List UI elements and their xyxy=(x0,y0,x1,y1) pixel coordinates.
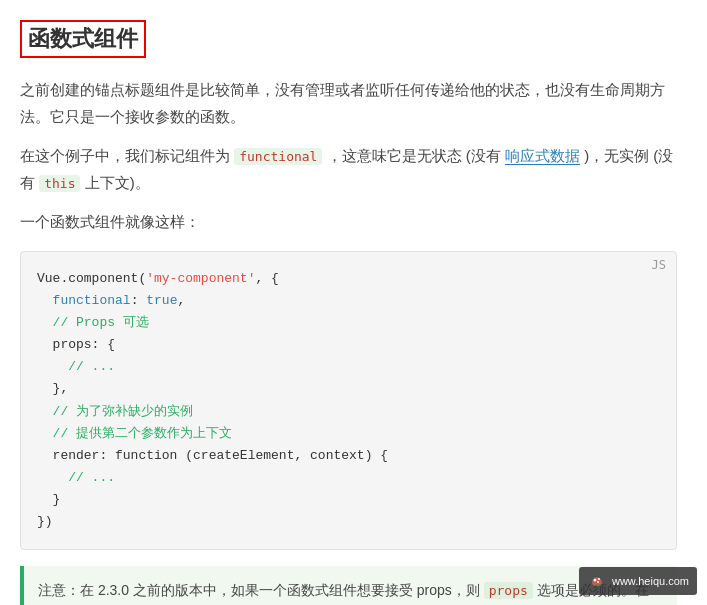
watermark-domain: www.heiqu.com xyxy=(612,575,689,587)
reactive-data-link[interactable]: 响应式数据 xyxy=(505,147,580,165)
intro-paragraph-3: 一个函数式组件就像这样： xyxy=(20,208,677,235)
code-block-wrapper: JS Vue.component('my-component', { funct… xyxy=(20,251,677,550)
this-code: this xyxy=(39,175,80,192)
code-lang-label: JS xyxy=(652,258,666,272)
watermark: www.heiqu.com xyxy=(579,567,697,595)
intro-p2-mid: ，这意味它是无状态 (没有 xyxy=(327,147,501,164)
intro-p2-prefix: 在这个例子中，我们标记组件为 xyxy=(20,147,230,164)
svg-point-3 xyxy=(597,581,599,583)
mushroom-icon xyxy=(587,571,607,591)
functional-code: functional xyxy=(234,148,322,165)
svg-point-2 xyxy=(598,578,600,580)
page-title: 函数式组件 xyxy=(20,20,146,58)
page-container: 函数式组件 之前创建的锚点标题组件是比较简单，没有管理或者监听任何传递给他的状态… xyxy=(0,0,707,605)
note-code-1: props xyxy=(484,582,533,599)
svg-point-1 xyxy=(593,579,596,582)
intro-paragraph-2: 在这个例子中，我们标记组件为 functional ，这意味它是无状态 (没有 … xyxy=(20,142,677,196)
code-block: Vue.component('my-component', { function… xyxy=(21,252,676,549)
intro-paragraph-1: 之前创建的锚点标题组件是比较简单，没有管理或者监听任何传递给他的状态，也没有生命… xyxy=(20,76,677,130)
intro-p2-suffix: 上下文)。 xyxy=(85,174,150,191)
